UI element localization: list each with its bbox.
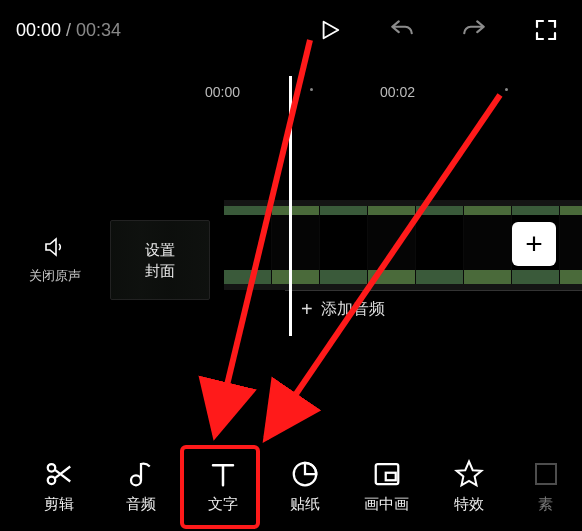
tool-pip-label: 画中画 bbox=[364, 495, 409, 514]
clip-frame[interactable] bbox=[272, 206, 320, 284]
undo-button[interactable] bbox=[388, 16, 416, 44]
extra-icon bbox=[531, 459, 561, 489]
bottom-toolbar: 剪辑 音频 文字 贴纸 画中画 特效 bbox=[0, 447, 582, 525]
redo-button[interactable] bbox=[460, 16, 488, 44]
top-bar: 00:00 / 00:34 bbox=[0, 0, 582, 60]
tool-sticker-label: 贴纸 bbox=[290, 495, 320, 514]
play-icon bbox=[319, 17, 341, 43]
svg-rect-6 bbox=[536, 464, 556, 484]
play-button[interactable] bbox=[316, 16, 344, 44]
mute-original-sound[interactable]: 关闭原声 bbox=[0, 235, 110, 285]
clip-frame[interactable] bbox=[416, 206, 464, 284]
tool-edit-label: 剪辑 bbox=[44, 495, 74, 514]
add-audio-button[interactable]: + 添加音频 bbox=[285, 290, 582, 328]
clip-frame[interactable] bbox=[224, 206, 272, 284]
tool-sticker[interactable]: 贴纸 bbox=[264, 459, 346, 514]
mute-label: 关闭原声 bbox=[29, 267, 81, 285]
sticker-icon bbox=[290, 459, 320, 489]
time-separator: / bbox=[61, 20, 76, 40]
tool-effect[interactable]: 特效 bbox=[428, 459, 510, 514]
fullscreen-icon bbox=[534, 18, 558, 42]
tool-text-label: 文字 bbox=[208, 495, 238, 514]
ruler-tick-0: 00:00 bbox=[205, 84, 240, 100]
tool-audio[interactable]: 音频 bbox=[100, 459, 182, 514]
ruler-tick-1: 00:02 bbox=[380, 84, 415, 100]
music-note-icon bbox=[126, 459, 156, 489]
scissors-icon bbox=[44, 459, 74, 489]
svg-rect-5 bbox=[385, 472, 395, 480]
plus-icon: + bbox=[525, 227, 543, 261]
tool-audio-label: 音频 bbox=[126, 495, 156, 514]
cover-label: 设置 封面 bbox=[145, 239, 175, 281]
timeline-ruler[interactable]: 00:00 00:02 bbox=[170, 80, 582, 104]
star-icon bbox=[454, 459, 484, 489]
tool-edit[interactable]: 剪辑 bbox=[18, 459, 100, 514]
clip-frame[interactable] bbox=[368, 206, 416, 284]
ruler-dot bbox=[505, 88, 508, 91]
svg-point-2 bbox=[131, 475, 141, 485]
add-clip-button[interactable]: + bbox=[512, 222, 556, 266]
top-controls bbox=[316, 16, 560, 44]
pip-icon bbox=[372, 459, 402, 489]
fullscreen-button[interactable] bbox=[532, 16, 560, 44]
ruler-dot bbox=[310, 88, 313, 91]
tool-text[interactable]: 文字 bbox=[182, 459, 264, 514]
undo-icon bbox=[389, 17, 415, 43]
playhead[interactable] bbox=[289, 76, 292, 336]
text-icon bbox=[208, 459, 238, 489]
time-current: 00:00 bbox=[16, 20, 61, 40]
clip-frame[interactable] bbox=[464, 206, 512, 284]
tool-extra[interactable]: 素 bbox=[510, 459, 582, 514]
redo-icon bbox=[461, 17, 487, 43]
clip-frame[interactable] bbox=[320, 206, 368, 284]
time-display: 00:00 / 00:34 bbox=[16, 20, 121, 41]
speaker-icon bbox=[41, 235, 69, 259]
plus-icon: + bbox=[301, 298, 313, 321]
tool-pip[interactable]: 画中画 bbox=[346, 459, 428, 514]
add-audio-label: 添加音频 bbox=[321, 299, 385, 320]
time-total: 00:34 bbox=[76, 20, 121, 40]
tool-effect-label: 特效 bbox=[454, 495, 484, 514]
set-cover-button[interactable]: 设置 封面 bbox=[110, 220, 210, 300]
tool-extra-label: 素 bbox=[538, 495, 553, 514]
clip-frame[interactable] bbox=[560, 206, 582, 284]
